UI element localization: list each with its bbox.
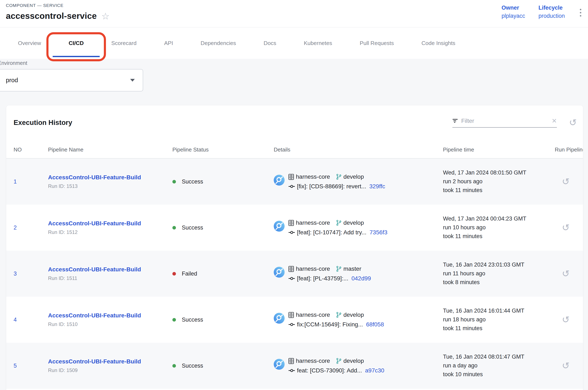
commit-hash-link[interactable]: 68f058 <box>366 321 384 328</box>
repository-icon <box>288 174 294 180</box>
status-dot-icon <box>172 180 176 184</box>
pipeline-avatar-icon <box>274 267 285 278</box>
status-dot-icon <box>172 226 176 230</box>
favorite-star-icon[interactable]: ☆ <box>101 12 110 21</box>
run-pipeline-cell: ↺ <box>555 269 583 278</box>
table-row: 1AccessControl-UBI-Feature-BuildRun ID: … <box>6 159 583 205</box>
column-header-no: NO <box>14 146 48 153</box>
commit-message: [feat]: [PL-43759]:... <box>297 275 348 282</box>
run-pipeline-button[interactable]: ↺ <box>562 177 570 186</box>
filter-field[interactable]: ✕ <box>452 118 557 128</box>
status-text: Success <box>182 317 203 323</box>
details-lines: harness-coredevelopfix:[CCM-15649]: Fixi… <box>288 312 384 328</box>
run-pipeline-button[interactable]: ↺ <box>562 223 570 232</box>
pipeline-time-cell: Tue, 16 Jan 2024 08:01:47 GMTrun a day a… <box>443 352 555 379</box>
git-branch-icon <box>336 174 341 180</box>
entity-tabs: OverviewCI/CDScorecardAPIDependenciesDoc… <box>0 27 588 59</box>
tab-overview[interactable]: Overview <box>4 27 55 59</box>
repository-icon <box>288 358 294 364</box>
commit-hash-link[interactable]: 042d99 <box>352 275 371 282</box>
pipeline-name-cell: AccessControl-UBI-Feature-BuildRun ID: 1… <box>48 220 172 235</box>
status-dot-icon <box>172 272 176 276</box>
row-number[interactable]: 3 <box>14 271 48 277</box>
run-id: Run ID: 1509 <box>48 367 172 373</box>
details-lines: harness-coredevelop[feat]: [CI-10747]: A… <box>288 219 387 236</box>
pipeline-avatar-icon <box>274 175 285 186</box>
commit-line: [feat]: [CI-10747]: Add try...7356f3 <box>288 229 387 236</box>
meta-value-link[interactable]: plplayacc <box>502 13 525 19</box>
pipeline-name-cell: AccessControl-UBI-Feature-BuildRun ID: 1… <box>48 266 172 281</box>
commit-hash-link[interactable]: 7356f3 <box>370 229 388 236</box>
run-pipeline-button[interactable]: ↺ <box>562 269 570 278</box>
branch-name: develop <box>343 358 364 364</box>
time-line: Wed, 17 Jan 2024 00:04:23 GMT <box>443 214 555 223</box>
time-line: Tue, 16 Jan 2024 23:01:03 GMT <box>443 260 555 269</box>
details-cell: harness-coredevelopfix:[CCM-15649]: Fixi… <box>274 312 443 328</box>
pipeline-avatar-icon <box>274 313 285 324</box>
kebab-dot <box>580 15 581 16</box>
status-dot-icon <box>172 318 176 322</box>
filter-input[interactable] <box>461 118 548 124</box>
overflow-menu-button[interactable] <box>578 6 583 19</box>
column-header-details: Details <box>274 146 443 153</box>
meta-value-link[interactable]: production <box>539 13 565 19</box>
commit-hash-link[interactable]: a97c30 <box>365 367 384 374</box>
filter-icon <box>452 119 458 123</box>
tab-dependencies[interactable]: Dependencies <box>187 27 250 59</box>
repo-branch-line: harness-coredevelop <box>288 312 384 318</box>
entity-header: COMPONENT — SERVICE accesscontrol-servic… <box>0 0 588 27</box>
run-pipeline-button[interactable]: ↺ <box>562 315 570 324</box>
status-text: Success <box>182 225 203 231</box>
column-header-run-pipeline: Run Pipeline <box>555 146 583 153</box>
pipeline-name-link[interactable]: AccessControl-UBI-Feature-Build <box>48 220 172 227</box>
run-id: Run ID: 1513 <box>48 183 172 189</box>
details-lines: harness-coredevelopfeat: [CDS-73090]: Ad… <box>288 358 384 374</box>
pipeline-time-cell: Wed, 17 Jan 2024 00:04:23 GMTrun 10 hour… <box>443 214 555 241</box>
tab-pull-requests[interactable]: Pull Requests <box>346 27 408 59</box>
row-number[interactable]: 5 <box>14 363 48 369</box>
git-branch-icon <box>336 266 341 272</box>
time-line: took 11 minutes <box>443 186 555 195</box>
pipeline-name-link[interactable]: AccessControl-UBI-Feature-Build <box>48 358 172 365</box>
tab-scorecard[interactable]: Scorecard <box>98 27 151 59</box>
commit-message: [feat]: [CI-10747]: Add try... <box>297 229 366 236</box>
pipeline-status-cell: Success <box>172 225 274 231</box>
pipeline-name-link[interactable]: AccessControl-UBI-Feature-Build <box>48 174 172 181</box>
details-cell: harness-coredevelop[fix]: [CDS-88669]: r… <box>274 173 443 190</box>
tab-api[interactable]: API <box>150 27 187 59</box>
pipeline-time-cell: Tue, 16 Jan 2024 16:01:44 GMTrun 18 hour… <box>443 306 555 333</box>
pipeline-status-cell: Failed <box>172 271 274 277</box>
run-pipeline-button[interactable]: ↺ <box>562 361 570 370</box>
commit-hash-link[interactable]: 329ffc <box>369 183 385 190</box>
tab-label: Code Insights <box>422 40 455 47</box>
commit-line: [feat]: [PL-43759]:...042d99 <box>288 275 371 282</box>
tab-kubernetes[interactable]: Kubernetes <box>290 27 346 59</box>
refresh-button[interactable]: ↺ <box>569 118 577 127</box>
time-line: took 8 minutes <box>443 278 555 287</box>
row-number[interactable]: 4 <box>14 317 48 323</box>
time-line: Tue, 16 Jan 2024 16:01:44 GMT <box>443 306 555 315</box>
environment-selected-value: prod <box>6 77 18 84</box>
clear-filter-icon[interactable]: ✕ <box>552 118 557 124</box>
pipeline-name-cell: AccessControl-UBI-Feature-BuildRun ID: 1… <box>48 312 172 327</box>
tab-code-insights[interactable]: Code Insights <box>408 27 469 59</box>
repository-icon <box>288 266 294 272</box>
pipeline-status-cell: Success <box>172 317 274 323</box>
environment-select[interactable]: prod <box>0 69 143 92</box>
status-text: Success <box>182 179 203 185</box>
details-cell: harness-coredevelop[feat]: [CI-10747]: A… <box>274 219 443 236</box>
repository-name: harness-core <box>296 265 330 272</box>
pipeline-name-link[interactable]: AccessControl-UBI-Feature-Build <box>48 266 172 273</box>
branch-name: develop <box>343 312 364 318</box>
kebab-dot <box>580 9 581 10</box>
run-pipeline-cell: ↺ <box>555 315 583 324</box>
pipeline-name-link[interactable]: AccessControl-UBI-Feature-Build <box>48 312 172 319</box>
repository-name: harness-core <box>296 173 330 180</box>
status-dot-icon <box>172 364 176 368</box>
row-number[interactable]: 2 <box>14 225 48 231</box>
chevron-down-icon <box>130 79 135 82</box>
environment-label: Environment <box>0 60 588 66</box>
tab-docs[interactable]: Docs <box>250 27 290 59</box>
row-number[interactable]: 1 <box>14 179 48 185</box>
tab-ci-cd[interactable]: CI/CD <box>55 27 97 59</box>
